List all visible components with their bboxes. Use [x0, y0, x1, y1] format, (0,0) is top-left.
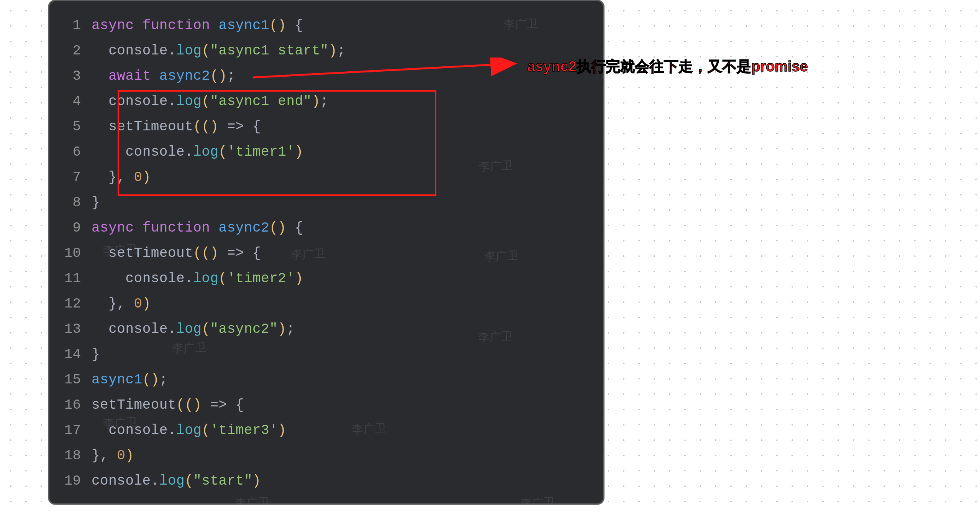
code-text: await async2(); — [92, 68, 236, 84]
line-number: 8 — [49, 195, 92, 210]
line-number: 7 — [49, 169, 92, 185]
line-number: 18 — [49, 448, 92, 464]
code-line: 12 }, 0) — [49, 291, 603, 316]
code-text: setTimeout(() => { — [92, 397, 244, 413]
code-line: 15async1(); — [49, 367, 603, 392]
annotation-text: async2执行完就会往下走，又不是promise — [527, 57, 808, 76]
code-line: 5 setTimeout(() => { — [49, 114, 603, 139]
code-text: }, 0) — [92, 448, 134, 464]
code-text: }, 0) — [92, 296, 151, 312]
code-text: async function async2() { — [92, 220, 303, 236]
code-line: 9async function async2() { — [49, 215, 603, 240]
line-number: 14 — [49, 347, 92, 362]
line-number: 17 — [49, 423, 92, 438]
code-text: console.log("async1 start"); — [92, 43, 346, 59]
code-line: 14} — [49, 342, 603, 367]
code-text: async function async1() { — [92, 18, 303, 33]
code-lines-container: 1async function async1() {2 console.log(… — [49, 1, 603, 503]
line-number: 2 — [49, 43, 92, 59]
code-line: 8} — [49, 190, 603, 215]
code-text: async1(); — [92, 372, 168, 388]
code-line: 13 console.log("async2"); — [49, 316, 603, 342]
code-line: 2 console.log("async1 start"); — [49, 38, 603, 63]
line-number: 12 — [49, 296, 92, 312]
line-number: 10 — [49, 245, 92, 261]
code-editor-panel: 1async function async1() {2 console.log(… — [48, 0, 604, 505]
line-number: 4 — [49, 94, 92, 109]
code-line: 17 console.log('timer3') — [49, 418, 603, 443]
code-text: }, 0) — [92, 169, 151, 185]
line-number: 3 — [49, 68, 92, 84]
code-text: console.log("async1 end"); — [92, 94, 329, 109]
code-text: } — [92, 347, 100, 362]
line-number: 1 — [49, 18, 92, 33]
code-text: console.log('timer2') — [92, 271, 303, 286]
code-text: console.log("start") — [92, 473, 261, 489]
code-text: console.log("async2"); — [92, 321, 295, 337]
code-line: 4 console.log("async1 end"); — [49, 89, 603, 114]
code-text: setTimeout(() => { — [92, 245, 261, 261]
code-line: 16setTimeout(() => { — [49, 392, 603, 418]
line-number: 5 — [49, 119, 92, 135]
code-text: console.log('timer1') — [92, 144, 303, 160]
code-line: 7 }, 0) — [49, 164, 603, 190]
line-number: 19 — [49, 473, 92, 489]
code-line: 3 await async2(); — [49, 63, 603, 89]
code-line: 10 setTimeout(() => { — [49, 240, 603, 266]
line-number: 15 — [49, 372, 92, 388]
code-line: 11 console.log('timer2') — [49, 266, 603, 291]
code-text: console.log('timer3') — [92, 423, 286, 438]
line-number: 6 — [49, 144, 92, 160]
line-number: 16 — [49, 397, 92, 413]
code-line: 19console.log("start") — [49, 468, 603, 493]
code-text: setTimeout(() => { — [92, 119, 261, 135]
code-line: 1async function async1() { — [49, 13, 603, 38]
code-line: 6 console.log('timer1') — [49, 139, 603, 164]
code-line: 18}, 0) — [49, 443, 603, 468]
line-number: 9 — [49, 220, 92, 236]
line-number: 13 — [49, 321, 92, 337]
code-text: } — [92, 195, 100, 210]
line-number: 11 — [49, 271, 92, 286]
